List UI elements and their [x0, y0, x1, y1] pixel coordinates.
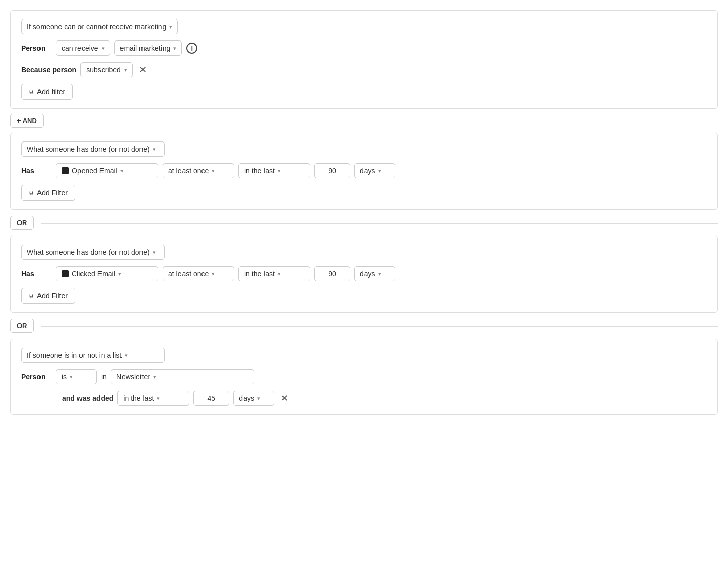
chevron-down-icon: ▾ — [102, 45, 105, 52]
and-was-added-row: and was added in the last ▾ days ▾ ✕ — [62, 391, 707, 406]
person-list-row: Person is ▾ in Newsletter ▾ — [21, 369, 707, 384]
close-button[interactable]: ✕ — [137, 64, 149, 75]
person-list-label: Person — [21, 373, 52, 381]
chevron-down-icon: ▾ — [257, 395, 260, 402]
chevron-down-icon: ▾ — [153, 374, 156, 380]
chevron-down-icon: ▾ — [120, 168, 124, 174]
or-button-2[interactable]: OR — [10, 319, 34, 333]
main-dropdown-clicked[interactable]: What someone has done (or not done) ▾ — [21, 245, 165, 260]
days-dropdown-clicked[interactable]: days ▾ — [354, 266, 395, 281]
chevron-down-icon: ▾ — [378, 271, 381, 277]
in-label: in — [101, 373, 107, 381]
frequency-dropdown-clicked[interactable]: at least once ▾ — [163, 266, 234, 281]
and-label: + AND — [17, 117, 37, 125]
chevron-down-icon: ▾ — [173, 45, 176, 52]
chevron-down-icon: ▾ — [278, 168, 281, 174]
or-label-2: OR — [17, 322, 27, 330]
has-label-clicked: Has — [21, 270, 52, 278]
chevron-down-icon: ▾ — [378, 168, 381, 174]
newsletter-dropdown[interactable]: Newsletter ▾ — [111, 369, 254, 384]
days-label-opened: days — [360, 167, 375, 175]
time-period-label-list: in the last — [123, 394, 154, 402]
time-period-dropdown-opened[interactable]: in the last ▾ — [238, 163, 310, 178]
add-filter-label-3: Add Filter — [37, 292, 68, 300]
event-label-clicked: Clicked Email — [72, 270, 115, 278]
frequency-label-clicked: at least once — [168, 270, 209, 278]
chevron-down-icon: ▾ — [212, 168, 215, 174]
chevron-down-icon: ▾ — [157, 395, 160, 402]
main-dropdown-label: If someone can or cannot receive marketi… — [27, 23, 166, 31]
event-label-opened: Opened Email — [72, 167, 117, 175]
chevron-down-icon: ▾ — [153, 249, 156, 256]
days-label-clicked: days — [360, 270, 375, 278]
block-list-condition: If someone is in or not in a list ▾ Pers… — [10, 339, 718, 415]
subscribed-dropdown[interactable]: subscribed ▾ — [80, 62, 133, 77]
event-icon-opened — [62, 167, 69, 174]
block-opened-email: What someone has done (or not done) ▾ Ha… — [10, 133, 718, 210]
because-row: Because person subscribed ▾ ✕ — [21, 62, 707, 77]
or-button-1[interactable]: OR — [10, 216, 34, 230]
or-label-1: OR — [17, 219, 27, 227]
close-added-button[interactable]: ✕ — [278, 393, 290, 404]
is-label: is — [62, 373, 67, 381]
main-dropdown-list[interactable]: If someone is in or not in a list ▾ — [21, 348, 165, 363]
has-label-opened: Has — [21, 167, 52, 175]
can-receive-dropdown[interactable]: can receive ▾ — [56, 40, 110, 56]
main-dropdown-marketing[interactable]: If someone can or cannot receive marketi… — [21, 19, 178, 34]
time-period-label-clicked: in the last — [244, 270, 275, 278]
block-marketing-condition: If someone can or cannot receive marketi… — [10, 10, 718, 109]
can-receive-label: can receive — [62, 44, 98, 52]
newsletter-label: Newsletter — [116, 373, 150, 381]
email-marketing-dropdown[interactable]: email marketing ▾ — [114, 40, 183, 56]
add-filter-button-2[interactable]: ⊌ Add Filter — [21, 185, 75, 201]
chevron-down-icon: ▾ — [124, 67, 127, 73]
has-row-clicked: Has Clicked Email ▾ at least once ▾ in t… — [21, 266, 707, 281]
chevron-down-icon: ▾ — [118, 271, 122, 277]
number-input-list[interactable] — [193, 391, 229, 406]
event-icon-clicked — [62, 270, 69, 277]
filter-icon-2: ⊌ — [29, 189, 34, 197]
days-dropdown-opened[interactable]: days ▾ — [354, 163, 395, 178]
chevron-down-icon: ▾ — [70, 374, 73, 380]
filter-icon-3: ⊌ — [29, 292, 34, 300]
is-dropdown[interactable]: is ▾ — [56, 369, 97, 384]
or-connector-1: OR — [10, 216, 718, 230]
block-clicked-email: What someone has done (or not done) ▾ Ha… — [10, 236, 718, 313]
email-marketing-label: email marketing — [120, 44, 171, 52]
frequency-dropdown-opened[interactable]: at least once ▾ — [163, 163, 234, 178]
event-dropdown-clicked[interactable]: Clicked Email ▾ — [56, 266, 158, 281]
because-person-label: Because person — [21, 66, 76, 74]
person-row: Person can receive ▾ email marketing ▾ i — [21, 40, 707, 56]
number-input-clicked[interactable] — [314, 266, 350, 281]
info-icon[interactable]: i — [186, 43, 197, 54]
event-dropdown-opened[interactable]: Opened Email ▾ — [56, 163, 158, 178]
add-filter-label: Add filter — [37, 88, 65, 96]
chevron-down-icon: ▾ — [125, 352, 128, 359]
filter-icon: ⊌ — [29, 88, 34, 96]
chevron-down-icon: ▾ — [278, 271, 281, 277]
and-was-added-label: and was added — [62, 394, 113, 402]
days-label-list: days — [239, 394, 254, 402]
days-dropdown-list[interactable]: days ▾ — [233, 391, 274, 406]
person-label: Person — [21, 44, 52, 52]
main-dropdown-clicked-label: What someone has done (or not done) — [27, 248, 150, 256]
main-dropdown-opened-label: What someone has done (or not done) — [27, 145, 150, 153]
subscribed-label: subscribed — [86, 66, 121, 74]
add-filter-button-1[interactable]: ⊌ Add filter — [21, 84, 73, 100]
chevron-down-icon: ▾ — [153, 146, 156, 153]
and-button[interactable]: + AND — [10, 114, 44, 128]
chevron-down-icon: ▾ — [212, 271, 215, 277]
time-period-dropdown-list[interactable]: in the last ▾ — [117, 391, 189, 406]
frequency-label-opened: at least once — [168, 167, 209, 175]
time-period-label-opened: in the last — [244, 167, 275, 175]
has-row-opened: Has Opened Email ▾ at least once ▾ in th… — [21, 163, 707, 178]
add-filter-label-2: Add Filter — [37, 189, 68, 197]
main-dropdown-list-label: If someone is in or not in a list — [27, 351, 122, 359]
or-connector-2: OR — [10, 319, 718, 333]
main-dropdown-opened[interactable]: What someone has done (or not done) ▾ — [21, 141, 165, 157]
and-connector: + AND — [10, 114, 718, 128]
chevron-down-icon: ▾ — [169, 24, 172, 30]
number-input-opened[interactable] — [314, 163, 350, 178]
add-filter-button-3[interactable]: ⊌ Add Filter — [21, 288, 75, 304]
time-period-dropdown-clicked[interactable]: in the last ▾ — [238, 266, 310, 281]
